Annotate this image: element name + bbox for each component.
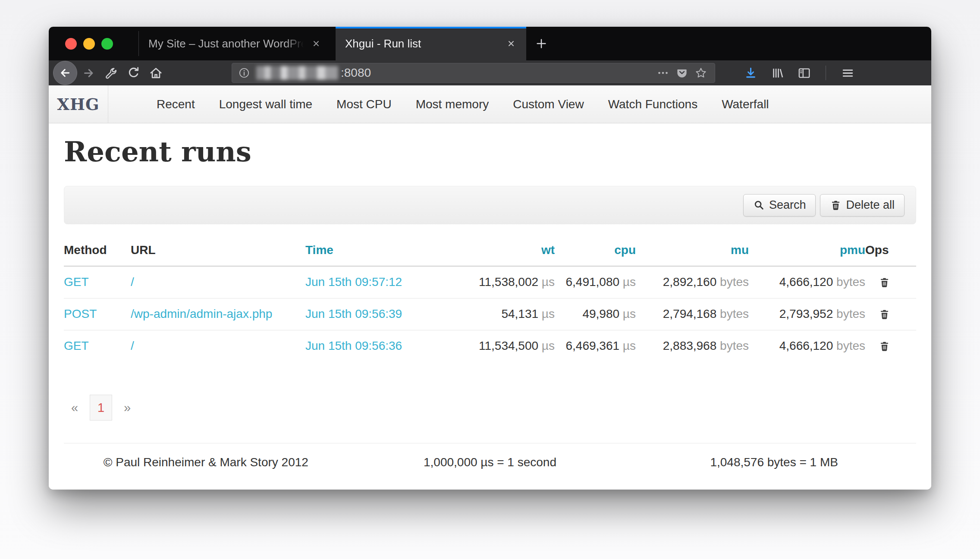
download-icon xyxy=(744,66,758,80)
forward-button[interactable] xyxy=(77,62,100,84)
nav-item-custom-view[interactable]: Custom View xyxy=(501,97,596,111)
tab-wordpress[interactable]: My Site – Just another WordPress si xyxy=(139,27,336,60)
reload-icon xyxy=(126,66,141,80)
minimize-window-button[interactable] xyxy=(83,38,95,50)
method-link[interactable]: GET xyxy=(64,339,89,352)
reload-button[interactable] xyxy=(122,62,144,84)
footer-bytes-note: 1,048,576 bytes = 1 MB xyxy=(632,455,916,469)
zoom-window-button[interactable] xyxy=(101,38,113,50)
url-link[interactable]: /wp-admin/admin-ajax.php xyxy=(131,307,272,320)
close-window-button[interactable] xyxy=(65,38,77,50)
time-link[interactable]: Jun 15th 09:56:36 xyxy=(305,339,402,352)
brand-logo[interactable]: XHG xyxy=(49,85,108,123)
mu-unit: bytes xyxy=(720,339,749,352)
pagination-current-page[interactable]: 1 xyxy=(90,395,112,421)
header-pmu-sort[interactable]: pmu xyxy=(749,240,865,266)
pmu-unit: bytes xyxy=(836,339,865,352)
cpu-unit: µs xyxy=(623,307,636,320)
nav-item-waterfall[interactable]: Waterfall xyxy=(710,97,781,111)
header-mu-sort[interactable]: mu xyxy=(636,240,749,266)
pagination-prev[interactable]: « xyxy=(65,395,85,421)
nav-item-watch-functions[interactable]: Watch Functions xyxy=(596,97,710,111)
trash-icon xyxy=(879,276,890,288)
wrench-icon xyxy=(104,66,118,80)
cpu-unit: µs xyxy=(623,339,636,352)
library-button[interactable] xyxy=(766,62,788,84)
traffic-lights xyxy=(49,27,138,60)
cpu-value: 6,491,080 xyxy=(566,275,620,289)
mu-unit: bytes xyxy=(720,275,749,289)
footer-microseconds-note: 1,000,000 µs = 1 second xyxy=(348,455,632,469)
header-ops: Ops xyxy=(865,240,916,266)
pagination: « 1 » xyxy=(65,395,916,421)
mu-unit: bytes xyxy=(720,307,749,320)
home-button[interactable] xyxy=(144,62,167,84)
time-link[interactable]: Jun 15th 09:57:12 xyxy=(305,275,402,289)
wt-unit: µs xyxy=(542,307,555,320)
browser-window: My Site – Just another WordPress si Xhgu… xyxy=(49,27,931,490)
header-cpu-sort[interactable]: cpu xyxy=(555,240,636,266)
pmu-unit: bytes xyxy=(836,275,865,289)
hamburger-icon xyxy=(841,66,855,80)
delete-run-button[interactable] xyxy=(876,306,892,322)
delete-run-button[interactable] xyxy=(876,338,892,354)
method-link[interactable]: GET xyxy=(64,275,89,289)
nav-item-most-memory[interactable]: Most memory xyxy=(404,97,501,111)
address-port: :8080 xyxy=(341,66,371,80)
header-wt-sort[interactable]: wt xyxy=(448,240,555,266)
wt-value: 54,131 xyxy=(501,307,538,320)
wt-unit: µs xyxy=(542,339,555,352)
bookmark-star-icon[interactable] xyxy=(691,64,710,82)
header-time-sort[interactable]: Time xyxy=(305,240,448,266)
cpu-unit: µs xyxy=(623,275,636,289)
back-arrow-icon xyxy=(58,66,72,80)
tab-title: Xhgui - Run list xyxy=(345,37,499,50)
pmu-value: 2,793,952 xyxy=(779,307,833,320)
forward-arrow-icon xyxy=(82,66,96,80)
new-tab-button[interactable] xyxy=(526,27,556,60)
library-icon xyxy=(770,66,785,80)
downloads-button[interactable] xyxy=(739,62,762,84)
pagination-next[interactable]: » xyxy=(117,395,137,421)
wt-value: 11,534,500 xyxy=(479,339,538,352)
toolbar-separator xyxy=(826,66,826,80)
nav-item-most-cpu[interactable]: Most CPU xyxy=(324,97,404,111)
tab-xhgui-active[interactable]: Xhgui - Run list xyxy=(336,27,526,60)
tab-strip: My Site – Just another WordPress si Xhgu… xyxy=(49,27,931,60)
table-header-row: Method URL Time wt cpu mu pmu Ops xyxy=(64,240,916,266)
mu-value: 2,892,160 xyxy=(663,275,717,289)
runs-table: Method URL Time wt cpu mu pmu Ops GET / xyxy=(64,240,916,362)
header-url: URL xyxy=(131,240,305,266)
back-button[interactable] xyxy=(53,61,77,85)
sidebar-icon xyxy=(797,66,811,80)
toolbar-right-icons xyxy=(739,62,859,84)
menu-button[interactable] xyxy=(836,62,859,84)
wt-unit: µs xyxy=(542,275,555,289)
site-navbar: XHG Recent Longest wall time Most CPU Mo… xyxy=(49,85,931,123)
search-button[interactable]: Search xyxy=(743,194,816,217)
trash-icon xyxy=(879,308,890,320)
browser-toolbar: :8080 xyxy=(49,60,931,85)
delete-all-button[interactable]: Delete all xyxy=(820,194,905,217)
url-link[interactable]: / xyxy=(131,275,134,289)
time-link[interactable]: Jun 15th 09:56:39 xyxy=(305,307,402,320)
footer-copyright: © Paul Reinheimer & Mark Story 2012 xyxy=(64,455,348,469)
trash-icon xyxy=(830,199,842,211)
page-actions-icon[interactable] xyxy=(653,64,672,82)
address-bar[interactable]: :8080 xyxy=(232,63,715,83)
site-info-icon[interactable] xyxy=(238,67,250,79)
delete-run-button[interactable] xyxy=(876,274,892,290)
trash-icon xyxy=(879,340,890,352)
home-icon xyxy=(149,66,163,80)
nav-item-longest-wall-time[interactable]: Longest wall time xyxy=(207,97,324,111)
url-link[interactable]: / xyxy=(131,339,134,352)
pmu-unit: bytes xyxy=(836,307,865,320)
sidebar-toggle-button[interactable] xyxy=(793,62,815,84)
pocket-icon[interactable] xyxy=(672,64,691,82)
pmu-value: 4,666,120 xyxy=(779,339,833,352)
page-tools-button[interactable] xyxy=(100,62,122,84)
close-tab-icon[interactable] xyxy=(309,36,324,51)
nav-item-recent[interactable]: Recent xyxy=(144,97,207,111)
close-tab-icon[interactable] xyxy=(504,36,518,51)
method-link[interactable]: POST xyxy=(64,307,97,320)
